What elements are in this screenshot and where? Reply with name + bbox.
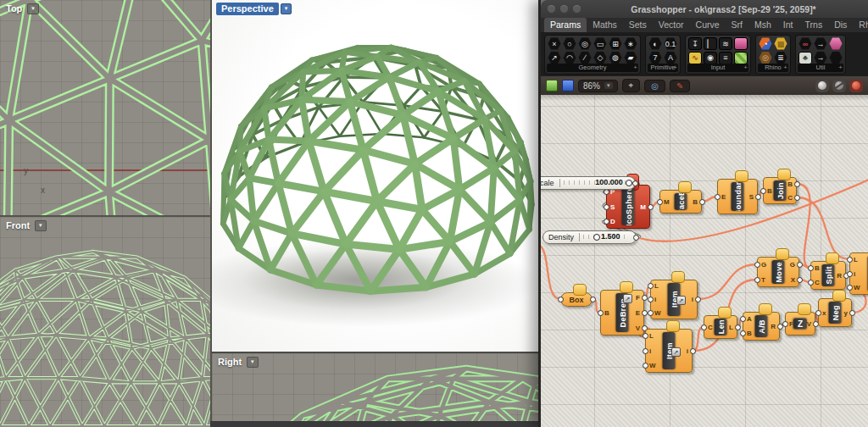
tab-vector[interactable]: Vector [653,18,690,32]
component-debrep[interactable]: DeBrepBF↗EV [600,290,644,336]
tab-sets[interactable]: Sets [623,18,653,32]
number-slider-icon[interactable]: ↧ [688,37,702,50]
close-button[interactable] [548,5,555,13]
grasshopper-canvas[interactable]: IcoSpherePSDMFaceBMBBoundaryESJoinBBCMov… [541,95,868,427]
knob-icon[interactable]: ◉ [704,52,717,64]
sphere-icon[interactable]: ◍ [609,52,622,64]
integer-icon[interactable]: 7 [648,52,662,64]
minimize-button[interactable] [560,5,568,13]
input-port[interactable] [558,297,564,302]
chevron-down-icon[interactable]: ▾ [35,220,47,231]
group-expand-button[interactable]: + [633,64,637,72]
slider-grip[interactable] [593,234,600,241]
component-join[interactable]: JoinBBC [763,177,797,204]
viewport-title-perspective[interactable]: Perspective ▾ [216,3,292,15]
viewport-title-right[interactable]: Right ▾ [216,356,259,369]
component-item[interactable]: ItemLiWi [849,252,868,295]
output-port-l[interactable] [735,324,741,330]
slider-track[interactable]: 100.000 [560,177,635,189]
output-port-i[interactable] [690,348,696,354]
graph-mapper-icon[interactable]: ≋ [719,37,732,50]
spiral-icon[interactable]: ◎ [759,52,772,64]
tree-icon[interactable]: ♣ [798,52,812,64]
output-port-b[interactable] [794,181,800,187]
slider-track[interactable]: 1.500 [580,231,636,243]
tab-msh[interactable]: Msh [748,18,777,32]
output-port-m[interactable] [648,204,654,210]
slider-output-port[interactable] [632,180,638,186]
preview-wireframe-button[interactable] [832,80,846,92]
output-port-e[interactable] [642,310,648,316]
sketch-tool-button[interactable]: ✎ [670,80,690,92]
input-port-w[interactable] [643,363,648,369]
viewport-right[interactable]: Right ▾ [210,352,538,427]
new-document-button[interactable] [546,80,558,92]
value-list-icon[interactable]: ≡ [719,52,732,64]
preview-selected-button[interactable]: ◎ [644,80,665,92]
output-port-s[interactable] [755,194,761,200]
input-port-e[interactable] [715,194,721,200]
input-port-b[interactable] [808,265,814,271]
input-port-c[interactable] [701,324,707,330]
plane-icon[interactable]: ▭ [593,37,607,50]
cluster-icon[interactable] [829,37,843,50]
line-icon[interactable]: ∕ [578,52,592,64]
number-icon[interactable]: 0.1 [664,37,677,50]
zoom-level-dropdown[interactable]: 86% ▾ [578,80,618,92]
vector-icon[interactable]: ↗ [548,52,561,64]
component-box[interactable]: Box [560,292,593,307]
tab-srf[interactable]: Srf [726,18,748,32]
text-icon[interactable]: A [664,52,677,64]
panel-icon[interactable]: ▏ [704,37,717,50]
tab-curve[interactable]: Curve [690,18,726,32]
input-port-l[interactable] [643,333,648,339]
viewport-title-front[interactable]: Front ▾ [4,219,47,232]
more-icon[interactable] [829,52,843,64]
group-expand-button[interactable]: + [673,64,677,72]
input-port-w[interactable] [648,310,654,316]
output-port-c[interactable] [794,195,800,201]
mesh-icon[interactable]: ∗ [624,37,637,50]
component-boundary[interactable]: BoundaryES [717,179,758,214]
viewport-top[interactable]: y x Top ▾ [0,0,210,217]
tab-trns[interactable]: Trns [799,18,829,32]
input-port-a[interactable] [740,316,746,322]
output-port-i[interactable] [695,297,701,302]
input-port-d[interactable] [604,219,609,225]
null-item-icon[interactable]: × [548,37,561,50]
tab-params[interactable]: Params [544,18,587,32]
zoom-extents-button[interactable]: ⌖ [622,79,641,92]
viewport-title-top[interactable]: Top ▾ [4,3,39,15]
component-item[interactable]: ItemLiWi↗ [645,329,693,373]
cherry-picker-icon[interactable]: ∞ [798,37,812,50]
output-port-b[interactable] [699,199,705,205]
viewport-front[interactable]: Front ▾ [0,217,210,427]
input-port-b[interactable] [598,310,604,316]
component-len[interactable]: LenCL [704,315,737,339]
tab-rh[interactable]: Rh [853,18,868,32]
input-port-s[interactable] [604,204,609,210]
circle-icon[interactable]: ○ [563,37,576,50]
slider-grip[interactable] [626,180,632,186]
input-port-t[interactable] [754,277,760,283]
input-port-m[interactable] [657,199,663,205]
preview-shaded-button[interactable] [849,80,863,92]
group-expand-button[interactable]: + [743,64,748,72]
box-icon[interactable]: ⊞ [609,37,622,50]
group-expand-button[interactable]: + [783,64,787,72]
graft-icon[interactable]: ↗ [623,294,632,303]
relay-icon[interactable]: → [814,37,827,50]
output-port[interactable] [590,297,596,302]
tab-int[interactable]: Int [777,18,799,32]
input-port-x[interactable] [815,310,821,316]
curve-icon[interactable]: ◠ [563,52,576,64]
input-port-b[interactable] [740,330,746,336]
tab-dis[interactable]: Dis [828,18,853,32]
input-port-b[interactable] [760,188,766,194]
chevron-down-icon[interactable]: ▾ [27,3,39,14]
component-move[interactable]: MoveGTGX [757,257,799,287]
component-icosphere[interactable]: IcoSpherePSDM [606,185,650,229]
input-port-i[interactable] [648,297,654,302]
output-port-y[interactable] [849,310,855,316]
output-port-f[interactable] [642,295,648,301]
